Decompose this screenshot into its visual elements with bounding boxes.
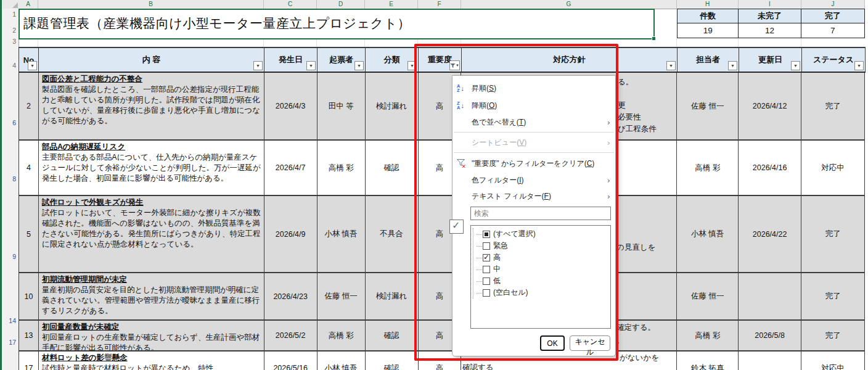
- cell-date[interactable]: 2026/4/3: [264, 73, 317, 139]
- cell-owner[interactable]: 小林 慎吾: [677, 196, 739, 272]
- cell-updated[interactable]: 2026/4/22: [739, 196, 801, 272]
- cell-content[interactable]: 初期流動管理期間が未定量産初期の品質安定を目的とした初期流動管理期間が明確に定義…: [39, 273, 264, 319]
- cell-reporter[interactable]: 高橋 彩: [317, 321, 366, 350]
- row-number-9[interactable]: 9: [0, 253, 16, 260]
- cell-category[interactable]: 検討漏れ: [366, 73, 419, 139]
- cell-reporter[interactable]: 小林 慎吾: [317, 196, 366, 272]
- cell-owner[interactable]: 佐藤 恒一: [677, 273, 739, 319]
- cell-date[interactable]: 2026/5/16: [264, 352, 317, 370]
- menu-clear-filter[interactable]: ✕ "重要度" からフィルターをクリア(C): [452, 155, 615, 172]
- column-letter-B[interactable]: B: [38, 0, 264, 9]
- cell-owner[interactable]: 高橋 彩: [677, 321, 739, 350]
- cell-status[interactable]: 完了: [801, 273, 865, 319]
- cell-owner[interactable]: 佐藤 恒一: [677, 73, 739, 139]
- filter-value-低[interactable]: 低: [475, 275, 609, 287]
- cell-status[interactable]: 対応中: [801, 352, 865, 370]
- menu-sort-descending[interactable]: ZA↓ 降順(O): [452, 97, 615, 114]
- column-letter-F[interactable]: F: [418, 0, 461, 9]
- cell-category[interactable]: 確認: [366, 141, 419, 195]
- checkbox-indeterminate-icon[interactable]: [483, 231, 490, 238]
- cell-updated[interactable]: 2026/4/12: [739, 73, 801, 139]
- header-no[interactable]: No▼: [19, 48, 39, 72]
- row-number-4[interactable]: 4: [0, 62, 16, 69]
- header-status[interactable]: ステータス▼: [802, 48, 866, 72]
- header-content[interactable]: 内 容▼: [39, 48, 264, 72]
- header-severity[interactable]: 重要度▼: [419, 48, 462, 72]
- cell-category[interactable]: 不具合: [366, 196, 419, 272]
- row-number-2[interactable]: 2: [0, 27, 16, 34]
- filter-value-select-all[interactable]: (すべて選択): [475, 228, 609, 240]
- header-date[interactable]: 発生日▼: [264, 48, 317, 72]
- row-number-1[interactable]: 1: [0, 10, 16, 18]
- cell-updated[interactable]: [739, 273, 801, 319]
- cell-updated[interactable]: 2026/4/16: [739, 141, 801, 195]
- cell-owner[interactable]: 高橋 彩: [677, 141, 739, 195]
- filter-search-input[interactable]: [470, 207, 611, 220]
- column-letter-G[interactable]: G: [461, 0, 677, 9]
- menu-color-filter[interactable]: 色フィルター(I) ›: [452, 172, 615, 188]
- cell-reporter[interactable]: 高橋 彩: [317, 141, 366, 195]
- cell-updated[interactable]: [739, 352, 801, 370]
- column-letter-C[interactable]: C: [264, 0, 317, 9]
- cell-no[interactable]: 5: [19, 196, 39, 272]
- checkbox-checked-icon[interactable]: [483, 254, 490, 261]
- cell-no[interactable]: 13: [19, 321, 39, 350]
- row-number-6[interactable]: 6: [0, 119, 16, 126]
- checkbox-unchecked-icon[interactable]: [483, 242, 490, 250]
- cell-status[interactable]: 完了: [801, 321, 865, 350]
- cell-reporter[interactable]: 佐藤 恒一: [317, 273, 366, 319]
- column-letter-I[interactable]: I: [739, 0, 801, 9]
- header-policy[interactable]: 対応方針▼: [462, 48, 678, 72]
- cell-owner[interactable]: 鈴木 拓真: [677, 352, 739, 370]
- column-letter-D[interactable]: D: [317, 0, 365, 9]
- cell-reporter[interactable]: 田中 等: [317, 73, 366, 139]
- column-letter-J[interactable]: J: [801, 0, 865, 9]
- cell-status[interactable]: 対応中: [801, 141, 865, 195]
- menu-text-filter[interactable]: テキスト フィルター(F) ›: [452, 188, 615, 204]
- cell-status[interactable]: 完了: [801, 73, 865, 139]
- select-all-corner[interactable]: [0, 0, 19, 9]
- stray-checkbox[interactable]: [449, 220, 464, 234]
- header-reporter[interactable]: 起票者▼: [317, 48, 366, 72]
- cell-status[interactable]: 完了: [801, 196, 865, 272]
- filter-dropdown-button[interactable]: ▼: [306, 61, 316, 70]
- title-cell[interactable]: 課題管理表（産業機器向け小型モーター量産立上プロジェクト）: [18, 9, 653, 38]
- column-letter-E[interactable]: E: [365, 0, 418, 9]
- cell-no[interactable]: 2: [19, 73, 39, 139]
- cell-updated[interactable]: 2026/5/8: [739, 321, 801, 350]
- cell-content[interactable]: 試作ロットで外観キズが発生試作ロットにおいて、モーター外装部に細かな擦りキズが複…: [39, 196, 264, 272]
- cell-date[interactable]: 2026/4/9: [264, 196, 317, 272]
- cell-date[interactable]: 2026/5/2: [264, 321, 317, 350]
- cell-category[interactable]: 確認: [366, 321, 419, 350]
- filter-dropdown-button[interactable]: ▼: [407, 61, 417, 70]
- ok-button[interactable]: OK: [540, 335, 565, 351]
- cancel-button[interactable]: キャンセル: [570, 335, 610, 351]
- filter-dropdown-button[interactable]: ▼: [253, 61, 263, 70]
- header-category[interactable]: 分類▼: [366, 48, 419, 72]
- checkbox-unchecked-icon[interactable]: [483, 278, 490, 285]
- filter-button-active-funnel-icon[interactable]: ▼: [449, 60, 460, 70]
- column-letter-A[interactable]: A: [18, 0, 38, 9]
- cell-date[interactable]: 2026/4/7: [264, 141, 317, 195]
- filter-value-中[interactable]: 中: [475, 263, 609, 275]
- header-owner[interactable]: 担当者▼: [678, 48, 739, 72]
- cell-content[interactable]: 図面公差と工程能力の不整合製品図面を確認したところ、一部部品の公差指定が現行工程…: [39, 73, 264, 139]
- filter-dropdown-button[interactable]: ▼: [28, 61, 37, 70]
- row-number-3[interactable]: 3: [0, 38, 16, 45]
- cell-content[interactable]: 部品Aの納期遅延リスク主要部品である部品Aについて、仕入先からの納期が量産スケジ…: [39, 141, 264, 195]
- row-number-14[interactable]: 14: [0, 317, 16, 324]
- filter-value-(空白セル)[interactable]: (空白セル): [475, 287, 609, 298]
- checkbox-unchecked-icon[interactable]: [483, 266, 490, 273]
- column-letter-H[interactable]: H: [677, 0, 739, 9]
- checkbox-unchecked-icon[interactable]: [483, 289, 490, 297]
- cell-date[interactable]: 2026/4/23: [264, 273, 317, 319]
- cell-content[interactable]: 初回量産数量が未確定初回量産ロットの生産数量が確定しておらず、生産計画や部材手配…: [39, 321, 264, 350]
- menu-sort-by-color[interactable]: 色で並べ替え(T) ›: [452, 114, 615, 130]
- filter-dropdown-button[interactable]: ▼: [791, 61, 800, 70]
- filter-dropdown-button[interactable]: ▼: [666, 61, 676, 70]
- cell-category[interactable]: 確認: [366, 352, 419, 370]
- filter-dropdown-button[interactable]: ▼: [854, 61, 864, 70]
- header-updated[interactable]: 更新日▼: [739, 48, 802, 72]
- filter-dropdown-button[interactable]: ▼: [354, 61, 364, 70]
- filter-dropdown-button[interactable]: ▼: [728, 61, 737, 70]
